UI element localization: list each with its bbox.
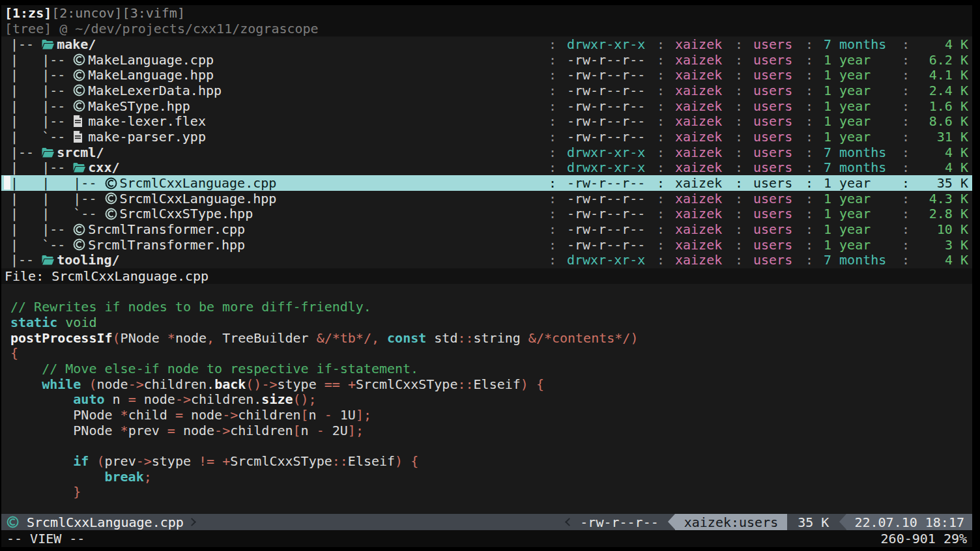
code-preview-pane: // Rewrites if nodes to be more diff-fri… <box>1 284 972 515</box>
cpp-file-icon <box>105 177 120 190</box>
file-name: make-parser.ypp <box>88 129 206 145</box>
file-row[interactable]: | |-- make-lexer.flex:-rw-r--r--:xaizek:… <box>1 113 972 129</box>
code-line: auto n = node->children.size(); <box>10 392 972 408</box>
group: users <box>753 67 795 83</box>
owner: xaizek <box>675 206 725 221</box>
file-row[interactable]: | | |-- SrcmlCxxLanguage.cpp:-rw-r--r--:… <box>1 175 972 191</box>
file-row[interactable]: | |-- MakeLanguage.cpp:-rw-r--r--:xaizek… <box>1 52 972 68</box>
preview-title: File: SrcmlCxxLanguage.cpp <box>1 268 972 284</box>
file-row[interactable]: | |-- cxx/:drwxr-xr-x:xaizek:users:7 mon… <box>1 160 972 176</box>
group: users <box>753 175 795 191</box>
cpp-file-icon <box>73 84 88 96</box>
file-tree: |-- make/:drwxr-xr-x:xaizek:users:7 mont… <box>1 36 972 268</box>
file-attributes: :drwxr-xr-x:xaizek:users:7 months:4 K <box>548 36 968 52</box>
file-attributes: :-rw-r--r--:xaizek:users:1 year:35 K <box>548 175 968 191</box>
file-attributes: :-rw-r--r--:xaizek:users:1 year:4.1 K <box>548 67 968 83</box>
status-size: 35 K <box>787 515 839 530</box>
file-name: SrcmlTransformer.hpp <box>88 237 245 253</box>
code-line: static void <box>10 315 972 331</box>
status-owner-group-segment: xaizek:users <box>668 514 788 530</box>
file-attributes: :-rw-r--r--:xaizek:users:1 year:3 K <box>548 237 968 253</box>
owner: xaizek <box>675 129 725 145</box>
tree-prefix: | | |-- <box>10 191 105 206</box>
code-line: PNode *prev = node->children[n - 2U]; <box>10 423 972 439</box>
code-line: break; <box>10 470 972 485</box>
file-attributes: :-rw-r--r--:xaizek:users:1 year:6.2 K <box>548 52 968 68</box>
file-name: MakeLanguage.hpp <box>88 67 214 83</box>
tree-prefix: | |-- <box>10 52 73 68</box>
owner: xaizek <box>675 83 725 98</box>
permissions: -rw-r--r-- <box>567 206 646 221</box>
tree-prefix: | |-- <box>10 83 73 98</box>
tree-prefix: |-- <box>10 252 42 268</box>
file-row[interactable]: | |-- MakeLexerData.hpp:-rw-r--r--:xaize… <box>1 83 972 98</box>
vifm-window: [1:zs][2:uncov][3:vifm] [tree] @ ~/dev/p… <box>1 5 972 547</box>
file-size: 8.6 K <box>920 113 968 129</box>
permissions: -rw-r--r-- <box>567 129 646 145</box>
file-attributes: :-rw-r--r--:xaizek:users:1 year:2.8 K <box>548 206 968 221</box>
permissions: drwxr-xr-x <box>567 36 646 52</box>
file-attributes: :drwxr-xr-x:xaizek:users:7 months:4 K <box>548 252 968 268</box>
modified-age: 7 months <box>824 160 891 175</box>
tree-prefix: |-- <box>10 36 42 52</box>
code-line: postProcessIf(PNode *node, TreeBuilder &… <box>10 331 972 346</box>
group: users <box>753 191 795 206</box>
segment-arrow-icon <box>668 514 675 530</box>
file-row[interactable]: | |-- MakeLanguage.hpp:-rw-r--r--:xaizek… <box>1 67 972 83</box>
tree-prefix: | `-- <box>10 237 73 253</box>
tmux-window-list[interactable]: [2:uncov][3:vifm] <box>51 5 185 21</box>
file-name: cxx/ <box>88 160 119 175</box>
tmux-window-active[interactable]: [1:zs] <box>5 5 51 21</box>
permissions: -rw-r--r-- <box>567 83 646 98</box>
folder-icon <box>73 162 88 173</box>
group: users <box>753 98 795 114</box>
group: users <box>753 113 795 129</box>
owner: xaizek <box>675 52 725 68</box>
file-row[interactable]: |-- srcml/:drwxr-xr-x:xaizek:users:7 mon… <box>1 145 972 160</box>
code-line <box>10 438 972 454</box>
terminal-screen: [1:zs][2:uncov][3:vifm] [tree] @ ~/dev/p… <box>0 0 980 551</box>
file-size: 2.8 K <box>920 206 968 221</box>
permissions: -rw-r--r-- <box>567 175 646 191</box>
modified-age: 1 year <box>824 67 891 83</box>
group: users <box>753 52 795 68</box>
file-name: SrcmlTransformer.cpp <box>88 221 245 237</box>
status-current-file: SrcmlCxxLanguage.cpp <box>7 514 195 530</box>
cpp-file-icon <box>105 192 120 205</box>
tree-prefix: | |-- <box>10 160 73 175</box>
folder-icon <box>42 255 57 265</box>
tree-prefix: | |-- <box>10 113 73 129</box>
file-row[interactable]: | |-- MakeSType.hpp:-rw-r--r--:xaizek:us… <box>1 98 972 114</box>
file-row[interactable]: |-- tooling/:drwxr-xr-x:xaizek:users:7 m… <box>1 253 972 268</box>
owner: xaizek <box>675 67 725 83</box>
file-size: 4.3 K <box>920 191 968 206</box>
status-mtime-segment: 22.07.10 18:17 <box>839 514 972 530</box>
owner: xaizek <box>675 221 725 237</box>
tree-prefix: |-- <box>10 145 42 160</box>
chevron-right-icon <box>188 518 196 526</box>
group: users <box>753 221 795 237</box>
file-row[interactable]: | `-- SrcmlTransformer.hpp:-rw-r--r--:xa… <box>1 237 972 253</box>
modified-age: 1 year <box>824 237 891 253</box>
modified-age: 1 year <box>824 175 891 191</box>
file-row[interactable]: | `-- make-parser.ypp:-rw-r--r--:xaizek:… <box>1 129 972 145</box>
file-row[interactable]: |-- make/:drwxr-xr-x:xaizek:users:7 mont… <box>1 36 972 52</box>
permissions: drwxr-xr-x <box>567 145 646 160</box>
file-row[interactable]: | |-- SrcmlTransformer.cpp:-rw-r--r--:xa… <box>1 221 972 237</box>
cpp-file-icon <box>73 100 88 112</box>
modified-age: 1 year <box>824 221 891 237</box>
file-name: make/ <box>57 36 96 52</box>
permissions: drwxr-xr-x <box>567 252 646 268</box>
group: users <box>753 36 795 52</box>
code-line: if (prev->stype != +SrcmlCxxSType::Elsei… <box>10 454 972 470</box>
file-row[interactable]: | | `-- SrcmlCxxSType.hpp:-rw-r--r--:xai… <box>1 206 972 222</box>
permissions: drwxr-xr-x <box>567 160 646 175</box>
owner: xaizek <box>675 36 725 52</box>
file-row[interactable]: | | |-- SrcmlCxxLanguage.hpp:-rw-r--r--:… <box>1 191 972 206</box>
group: users <box>753 237 795 253</box>
code-line: } <box>10 485 972 500</box>
file-name: make-lexer.flex <box>88 113 206 129</box>
owner: xaizek <box>675 237 725 253</box>
modified-age: 1 year <box>824 52 891 68</box>
permissions: -rw-r--r-- <box>567 113 646 129</box>
